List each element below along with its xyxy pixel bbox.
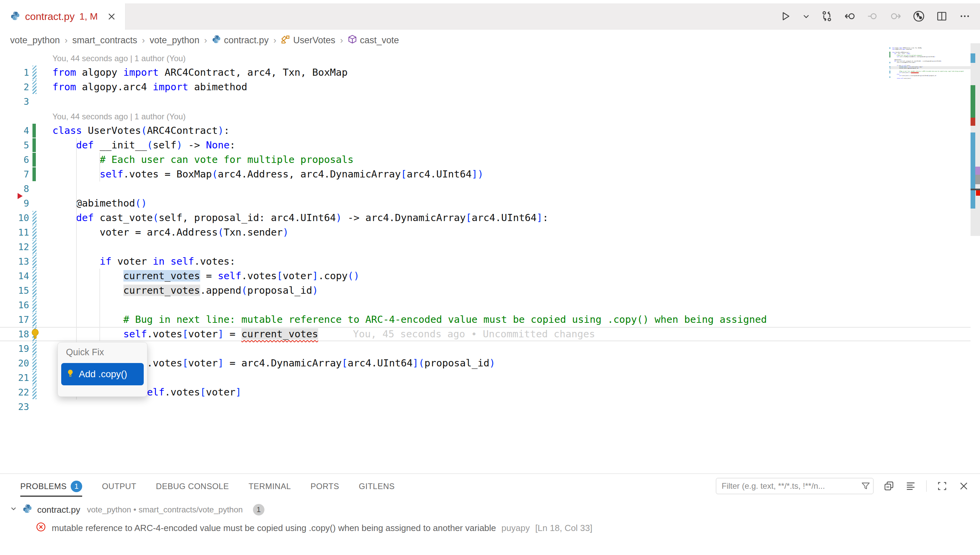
code-line[interactable]: 2from algopy.arc4 import abimethod bbox=[0, 80, 970, 94]
panel-tab-label: GITLENS bbox=[359, 482, 395, 491]
line-number[interactable]: 13 bbox=[0, 254, 29, 269]
line-number[interactable]: 11 bbox=[0, 225, 29, 240]
line-number[interactable]: 22 bbox=[0, 385, 29, 399]
code-line[interactable]: 16 bbox=[0, 298, 970, 312]
code-line[interactable]: 4class UserVotes(ARC4Contract): bbox=[0, 124, 970, 138]
code-line[interactable]: 17 # Bug in next line: mutable reference… bbox=[0, 312, 970, 327]
breadcrumb-separator: › bbox=[339, 35, 344, 46]
code-line[interactable]: 15 current_votes.append(proposal_id) bbox=[0, 283, 970, 298]
panel-tab-output[interactable]: OUTPUT bbox=[102, 474, 136, 497]
view-as-list-icon[interactable] bbox=[904, 480, 917, 492]
compare-changes-icon[interactable] bbox=[820, 10, 833, 22]
line-number[interactable]: 3 bbox=[0, 94, 29, 109]
panel-tab-debug-console[interactable]: DEBUG CONSOLE bbox=[156, 474, 229, 497]
commit-graph-icon[interactable] bbox=[913, 10, 925, 22]
ruler-deleted-mark bbox=[970, 118, 975, 126]
panel-tab-ports[interactable]: PORTS bbox=[310, 474, 339, 497]
tab-label: contract.py bbox=[25, 11, 75, 22]
quickfix-action-label: Add .copy() bbox=[79, 369, 127, 380]
line-number[interactable]: 12 bbox=[0, 240, 29, 254]
problems-filter-input[interactable] bbox=[721, 481, 858, 491]
code-line[interactable]: 10 def cast_vote(self, proposal_id: arc4… bbox=[0, 210, 970, 225]
line-number[interactable]: 18 bbox=[0, 327, 29, 342]
line-number[interactable]: 5 bbox=[0, 138, 29, 152]
panel-tab-terminal[interactable]: TERMINAL bbox=[249, 474, 291, 497]
code-text: # Bug in next line: mutable reference to… bbox=[52, 312, 970, 327]
breadcrumb-item-cast_vote[interactable]: cast_vote bbox=[348, 34, 399, 46]
code-text: def __init__(self) -> None: bbox=[52, 138, 970, 152]
line-number[interactable]: 19 bbox=[0, 342, 29, 356]
scrollbar-overview-ruler[interactable] bbox=[970, 30, 980, 473]
breadcrumb-item-smart_contracts[interactable]: smart_contracts bbox=[72, 35, 137, 46]
line-number[interactable]: 14 bbox=[0, 269, 29, 283]
panel-tab-label: PROBLEMS bbox=[20, 482, 67, 491]
split-editor-icon[interactable] bbox=[935, 10, 948, 22]
panel-tab-label: TERMINAL bbox=[249, 482, 291, 491]
tab-contract-py[interactable]: contract.py 1, M bbox=[0, 3, 125, 30]
line-number[interactable]: 17 bbox=[0, 312, 29, 327]
panel-tab-problems[interactable]: PROBLEMS1 bbox=[20, 474, 82, 497]
line-number[interactable]: 20 bbox=[0, 356, 29, 371]
line-number[interactable]: 6 bbox=[0, 152, 29, 167]
code-line[interactable]: 5 def __init__(self) -> None: bbox=[0, 138, 970, 152]
gutter-modified-indicator bbox=[32, 298, 37, 312]
line-number[interactable]: 9 bbox=[0, 196, 29, 210]
minimap[interactable]: from algopy import ARC4Contract, arc4, T… bbox=[889, 47, 970, 88]
code-line[interactable]: 1from algopy import ARC4Contract, arc4, … bbox=[0, 65, 970, 80]
view-as-table-icon[interactable] bbox=[883, 480, 895, 492]
breadcrumb-item-vote_python[interactable]: vote_python bbox=[10, 35, 60, 46]
change-disabled-icon[interactable] bbox=[866, 10, 879, 22]
code-line[interactable]: 7 self.votes = BoxMap(arc4.Address, arc4… bbox=[0, 167, 970, 181]
line-number[interactable]: 15 bbox=[0, 283, 29, 298]
codelens-blame[interactable]: You, 44 seconds ago | 1 author (You) bbox=[0, 51, 970, 65]
problem-row[interactable]: mutable reference to ARC-4-encoded value… bbox=[0, 520, 593, 536]
line-number[interactable]: 7 bbox=[0, 167, 29, 181]
more-actions-icon[interactable] bbox=[958, 10, 971, 22]
code-line[interactable]: 8 bbox=[0, 181, 970, 196]
gutter bbox=[32, 400, 37, 414]
editor-actions bbox=[779, 6, 971, 26]
quickfix-action-add-copy[interactable]: Add .copy() bbox=[61, 363, 144, 385]
ruler-occurrence-mark bbox=[975, 167, 980, 175]
run-button[interactable] bbox=[779, 10, 792, 22]
close-panel-icon[interactable] bbox=[958, 480, 970, 492]
breadcrumb-label: UserVotes bbox=[293, 35, 336, 46]
filter-funnel-icon[interactable] bbox=[861, 481, 871, 492]
codelens-blame[interactable]: You, 44 seconds ago | 1 author (You) bbox=[0, 109, 970, 124]
previous-change-icon[interactable] bbox=[843, 10, 856, 22]
quickfix-lightbulb-icon[interactable] bbox=[29, 328, 41, 340]
chevron-down-icon[interactable] bbox=[10, 505, 18, 515]
code-text: self.votes = BoxMap(arc4.Address, arc4.D… bbox=[52, 167, 970, 181]
tab-close-icon[interactable] bbox=[107, 12, 116, 21]
code-line[interactable]: 11 voter = arc4.Address(Txn.sender) bbox=[0, 225, 970, 240]
breadcrumb-item-UserVotes[interactable]: UserVotes bbox=[281, 34, 336, 46]
code-line[interactable]: 6 # Each user can vote for multiple prop… bbox=[0, 152, 970, 167]
panel-tab-label: OUTPUT bbox=[102, 482, 136, 491]
line-number[interactable]: 10 bbox=[0, 210, 29, 225]
line-number[interactable]: 1 bbox=[0, 65, 29, 80]
code-line[interactable]: 12 bbox=[0, 240, 970, 254]
code-line[interactable]: 23 bbox=[0, 399, 970, 414]
code-line[interactable]: 3 bbox=[0, 94, 970, 109]
maximize-panel-icon[interactable] bbox=[936, 480, 948, 492]
code-line[interactable]: 9 @abimethod() bbox=[0, 196, 970, 210]
code-line[interactable]: 13 if voter in self.votes: bbox=[0, 254, 970, 269]
panel-tab-gitlens[interactable]: GITLENS bbox=[359, 474, 395, 497]
run-dropdown-chevron-icon[interactable] bbox=[802, 10, 810, 22]
next-change-icon[interactable] bbox=[889, 10, 902, 22]
breadcrumb-separator: › bbox=[204, 35, 208, 46]
problems-file-row[interactable]: contract.py vote_python • smart_contract… bbox=[0, 502, 264, 518]
code-line[interactable]: 18 self.votes[voter] = current_votesYou,… bbox=[0, 327, 970, 342]
line-number[interactable]: 2 bbox=[0, 80, 29, 94]
code-line[interactable]: 14 current_votes = self.votes[voter].cop… bbox=[0, 269, 970, 283]
line-number[interactable]: 4 bbox=[0, 124, 29, 138]
breadcrumb-item-contract.py[interactable]: contract.py bbox=[212, 34, 268, 46]
line-number[interactable]: 23 bbox=[0, 399, 29, 414]
breadcrumb-item-vote_python[interactable]: vote_python bbox=[150, 35, 199, 46]
problems-file-count-badge: 1 bbox=[253, 504, 264, 515]
lightbulb-icon bbox=[66, 369, 75, 380]
line-number[interactable]: 21 bbox=[0, 371, 29, 385]
line-number[interactable]: 16 bbox=[0, 298, 29, 312]
panel-controls bbox=[716, 478, 970, 494]
line-number[interactable]: 8 bbox=[0, 181, 29, 196]
